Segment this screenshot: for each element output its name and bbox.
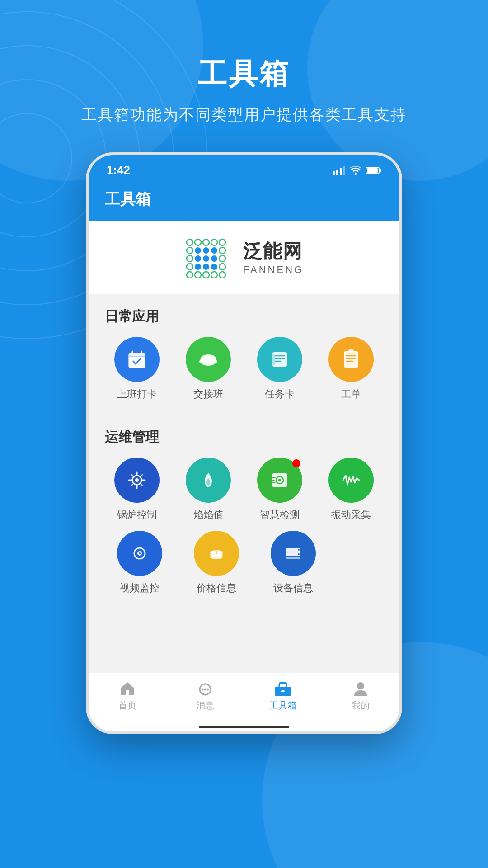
handover-label: 交接班 — [193, 387, 223, 401]
svg-rect-3 — [343, 166, 345, 175]
boiler-icon-circle — [114, 458, 160, 503]
icon-item-flame[interactable]: 焰焰值 — [176, 458, 240, 522]
device-icon — [282, 542, 305, 565]
svg-rect-1 — [336, 170, 338, 175]
svg-point-29 — [203, 272, 209, 278]
icon-item-device[interactable]: 设备信息 — [258, 531, 328, 595]
page-subtitle: 工具箱功能为不同类型用户提供各类工具支持 — [0, 104, 488, 125]
nav-label-mine: 我的 — [352, 699, 370, 712]
brand-logo: 泛能网 FANNENG — [184, 237, 304, 278]
svg-point-17 — [187, 255, 193, 262]
checkin-icon — [125, 348, 149, 371]
icon-item-price[interactable]: ¥ 价格信息 — [182, 531, 251, 595]
video-label: 视频监控 — [120, 581, 160, 595]
brand-logo-dots — [184, 237, 234, 278]
icon-item-taskcard[interactable]: 任务卡 — [248, 337, 312, 401]
svg-point-78 — [298, 553, 300, 555]
status-bar: 1:42 — [89, 155, 399, 182]
bottom-nav: 首页 消息 — [89, 673, 399, 725]
video-icon-circle — [117, 531, 162, 576]
battery-icon — [366, 166, 381, 175]
svg-point-88 — [357, 682, 364, 689]
handover-icon-circle — [186, 337, 231, 382]
svg-point-14 — [203, 247, 209, 254]
icon-item-boiler[interactable]: 锅炉控制 — [105, 458, 169, 522]
svg-point-25 — [211, 264, 217, 270]
nav-item-message[interactable]: 消息 — [166, 680, 244, 712]
svg-rect-46 — [344, 351, 358, 368]
svg-point-10 — [211, 239, 217, 245]
workorder-icon — [339, 348, 363, 371]
svg-line-57 — [131, 475, 134, 477]
icon-item-workorder[interactable]: 工单 — [319, 337, 383, 401]
smartdetect-label: 智慧检测 — [260, 508, 300, 522]
device-icon-circle — [271, 531, 316, 576]
nav-item-toolbox[interactable]: 工具箱 — [244, 680, 322, 712]
svg-line-59 — [140, 475, 143, 477]
icon-item-vibration[interactable]: 振动采集 — [319, 458, 383, 522]
flame-icon — [197, 468, 220, 492]
svg-point-20 — [211, 255, 217, 262]
svg-point-16 — [219, 247, 225, 254]
svg-point-22 — [187, 264, 193, 270]
svg-point-27 — [187, 272, 193, 278]
svg-rect-5 — [367, 168, 378, 173]
nav-label-toolbox: 工具箱 — [269, 699, 296, 712]
taskcard-icon-circle — [257, 337, 302, 382]
svg-point-80 — [202, 689, 204, 691]
wifi-icon — [350, 166, 361, 175]
vibration-icon — [339, 468, 363, 492]
svg-point-8 — [195, 239, 201, 245]
daily-icons-grid: 上班打卡 交接班 — [105, 337, 383, 401]
price-label: 价格信息 — [197, 581, 236, 595]
checkin-label: 上班打卡 — [117, 387, 157, 401]
section-ops: 运维管理 — [89, 415, 399, 609]
icon-item-checkin[interactable]: 上班打卡 — [105, 337, 169, 401]
price-icon-circle: ¥ — [194, 531, 239, 576]
toolbox-nav-icon — [274, 680, 292, 697]
svg-rect-6 — [380, 169, 381, 172]
nav-label-home: 首页 — [118, 699, 136, 712]
svg-point-40 — [200, 358, 216, 363]
taskcard-label: 任务卡 — [265, 387, 295, 401]
svg-point-12 — [187, 247, 193, 254]
device-label: 设备信息 — [273, 581, 313, 595]
page-title: 工具箱 — [0, 54, 488, 94]
taskcard-icon — [268, 348, 291, 371]
svg-rect-2 — [340, 168, 342, 175]
vibration-label: 振动采集 — [331, 508, 371, 522]
brand-banner: 泛能网 FANNENG — [89, 221, 399, 294]
status-icons — [333, 166, 381, 175]
svg-rect-45 — [272, 354, 275, 365]
nav-item-home[interactable]: 首页 — [89, 680, 166, 712]
app-header-title: 工具箱 — [105, 189, 383, 210]
svg-point-11 — [219, 239, 225, 245]
icon-item-handover[interactable]: 交接班 — [176, 337, 240, 401]
svg-point-23 — [195, 264, 201, 270]
ops-icons-row2: 视频监控 ¥ 价格信息 — [105, 531, 383, 595]
brand-text: 泛能网 FANNENG — [243, 239, 304, 276]
smartdetect-icon-circle — [257, 458, 302, 503]
boiler-label: 锅炉控制 — [117, 508, 157, 522]
nav-item-mine[interactable]: 我的 — [322, 680, 399, 712]
signal-icon — [333, 166, 345, 175]
smartdetect-icon — [268, 468, 291, 492]
svg-point-31 — [219, 272, 225, 278]
svg-point-13 — [195, 247, 201, 254]
svg-point-24 — [203, 264, 209, 270]
icon-item-smartdetect[interactable]: 智慧检测 — [248, 458, 312, 522]
content-area: 泛能网 FANNENG 日常应用 — [89, 221, 399, 673]
svg-line-60 — [131, 483, 134, 486]
mine-nav-icon — [352, 680, 369, 697]
svg-point-52 — [135, 478, 139, 482]
svg-point-28 — [195, 272, 201, 278]
svg-point-63 — [278, 479, 281, 481]
svg-point-9 — [203, 239, 209, 245]
workorder-icon-circle — [328, 337, 374, 382]
phone-mockup: 1:42 工具箱 — [86, 152, 402, 734]
home-indicator — [89, 725, 399, 731]
icon-item-video[interactable]: 视频监控 — [105, 531, 174, 595]
svg-rect-76 — [286, 557, 300, 559]
svg-point-69 — [139, 552, 141, 554]
brand-name-en: FANNENG — [243, 264, 304, 276]
